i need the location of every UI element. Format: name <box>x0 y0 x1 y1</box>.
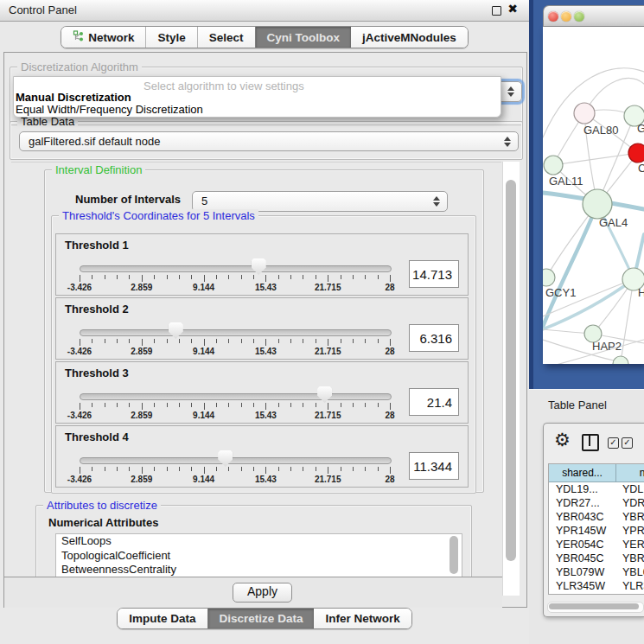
tick-mark <box>142 275 143 282</box>
tick-mark <box>167 339 168 343</box>
table-row[interactable]: YER054CYER0 <box>549 538 644 552</box>
attribute-list-item[interactable]: SelfLoops <box>56 534 462 549</box>
table-row[interactable]: YIL052CYIL0 <box>549 593 644 595</box>
network-view-background: GAL80GCGAL11GAL4GCY1HHAP2 <box>529 0 644 389</box>
table-row[interactable]: YBR045CYBR0 <box>549 552 644 565</box>
combo-arrows-icon <box>504 137 512 147</box>
table-panel: Table Panel ⚙ ✓ ✓ shared...nYDL19...YDL1… <box>529 389 644 644</box>
network-edge[interactable] <box>621 279 634 362</box>
network-edge[interactable] <box>553 153 638 165</box>
threshold-value-field[interactable]: 11.344 <box>409 452 459 480</box>
tick-mark <box>390 339 391 346</box>
slider-thumb[interactable] <box>252 258 266 275</box>
tick-mark <box>265 467 266 474</box>
tab-style[interactable]: Style <box>145 27 196 48</box>
slider-track[interactable] <box>80 265 392 272</box>
tick-label: 2.859 <box>123 347 161 356</box>
tick-mark <box>390 275 391 282</box>
slider-track[interactable] <box>80 393 392 400</box>
network-window-titlebar[interactable] <box>543 5 644 27</box>
checkbox-checked-icon[interactable]: ✓ <box>608 437 619 449</box>
slider-thumb[interactable] <box>169 322 183 339</box>
table-row[interactable]: YBR043CYBR0 <box>549 510 644 524</box>
slider-track[interactable] <box>80 329 392 336</box>
tick-mark <box>105 275 105 279</box>
list-scrollbar-thumb[interactable] <box>450 536 458 574</box>
tick-label: 9.144 <box>185 411 223 420</box>
dropdown-item-equal-width-frequency[interactable]: Equal Width/Frequency Discretization <box>16 103 203 116</box>
table-row[interactable]: YDL19...YDL1 <box>549 482 644 496</box>
right-panel: GAL80GCGAL11GAL4GCY1HHAP2 Table Panel ⚙ … <box>529 0 644 644</box>
column-header-0[interactable]: shared... <box>549 464 616 482</box>
table-cell: YBL0 <box>615 565 644 579</box>
slider-thumb[interactable] <box>218 450 233 467</box>
network-node[interactable] <box>543 269 555 286</box>
table-row[interactable]: YPR145WYPR1 <box>549 524 644 538</box>
bottom-tab-bar: Impute DataDiscretize DataInfer Network <box>0 608 529 629</box>
tick-mark <box>117 339 118 343</box>
table-hscrollbar[interactable] <box>547 602 644 613</box>
tick-label: -3.426 <box>61 347 99 356</box>
tab-cyni-toolbox[interactable]: Cyni Toolbox <box>255 27 352 48</box>
attribute-list-item[interactable]: BetweennessCentrality <box>56 563 462 577</box>
checkbox-checked-icon[interactable]: ✓ <box>622 437 633 449</box>
table-row[interactable]: YLR345WYLR3 <box>549 579 644 593</box>
tab-infer-network[interactable]: Infer Network <box>314 609 411 628</box>
tick-mark <box>278 403 279 407</box>
float-window-icon[interactable] <box>492 6 501 16</box>
dropdown-item-manual-discretization[interactable]: Manual Discretization <box>16 91 131 104</box>
tick-mark <box>204 467 205 474</box>
network-node[interactable] <box>583 189 612 219</box>
threshold-value-field[interactable]: 14.713 <box>409 260 459 288</box>
hscrollbar-thumb[interactable] <box>549 603 639 609</box>
network-node[interactable] <box>574 103 595 124</box>
node-label-gal11: GAL11 <box>549 175 583 188</box>
table-header-row: shared...n <box>549 464 644 482</box>
slider-track[interactable] <box>80 457 392 464</box>
network-node[interactable] <box>613 356 628 364</box>
gear-icon[interactable]: ⚙ <box>554 430 571 450</box>
tick-mark <box>142 339 143 346</box>
split-columns-icon[interactable] <box>582 434 599 451</box>
node-label-g: G <box>637 122 644 135</box>
table-data-combo[interactable]: galFiltered.sif default node <box>19 131 519 151</box>
tab-label: Discretize Data <box>220 612 303 625</box>
tick-mark <box>228 275 229 279</box>
attribute-list-item[interactable]: TopologicalCoefficient <box>56 549 462 564</box>
zoom-traffic-light[interactable] <box>574 11 584 22</box>
settings-viewport: Interval Definition Number of Intervals … <box>11 162 501 577</box>
table-row[interactable]: YDR27...YDR2 <box>549 496 644 510</box>
table-row[interactable]: YBL079WYBL0 <box>549 565 644 579</box>
tick-mark <box>80 339 80 346</box>
threshold-value-field[interactable]: 6.316 <box>409 324 459 352</box>
tab-impute-data[interactable]: Impute Data <box>118 609 207 628</box>
close-traffic-light[interactable] <box>548 11 558 22</box>
scrollbar-thumb[interactable] <box>506 180 516 561</box>
table-cell: YER0 <box>615 538 644 552</box>
threshold-value-field[interactable]: 21.4 <box>409 388 459 416</box>
tab-select[interactable]: Select <box>197 27 255 48</box>
tick-mark <box>341 275 341 279</box>
apply-button[interactable]: Apply <box>233 583 292 603</box>
network-node[interactable] <box>628 143 644 163</box>
slider-thumb[interactable] <box>317 386 332 403</box>
minimize-traffic-light[interactable] <box>561 11 571 22</box>
attribute-items: SelfLoopsTopologicalCoefficientBetweenne… <box>56 534 462 577</box>
numerical-attributes-label: Numerical Attributes <box>48 516 158 529</box>
column-header-1[interactable]: n <box>616 464 644 482</box>
tab-network[interactable]: Network <box>61 27 145 48</box>
table-cell: YLR345W <box>549 579 615 593</box>
table-cell: YLR3 <box>615 579 644 593</box>
settings-scrollbar[interactable] <box>502 162 520 596</box>
tick-mark <box>129 275 130 279</box>
numerical-attributes-list[interactable]: SelfLoopsTopologicalCoefficientBetweenne… <box>55 533 462 577</box>
close-icon[interactable]: ✖ <box>507 2 518 16</box>
network-canvas[interactable]: GAL80GCGAL11GAL4GCY1HHAP2 <box>543 27 644 364</box>
tick-mark <box>241 403 242 407</box>
tab-discretize-data[interactable]: Discretize Data <box>207 609 315 628</box>
node-table[interactable]: shared...nYDL19...YDL1YDR27...YDR2YBR043… <box>548 463 644 595</box>
tick-mark <box>365 275 366 279</box>
tab-jactivemnodules[interactable]: jActiveMNodules <box>351 27 468 48</box>
network-icon <box>73 30 84 41</box>
network-node[interactable] <box>544 156 563 175</box>
